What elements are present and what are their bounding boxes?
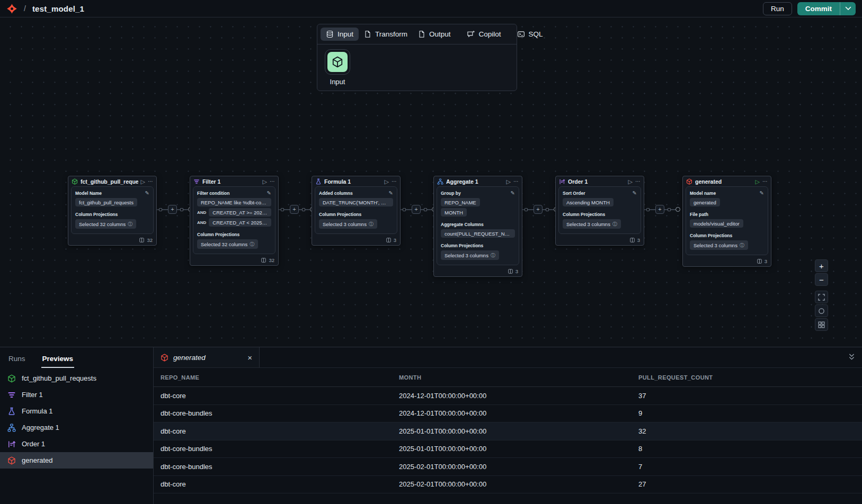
list-item-order-1[interactable]: Order 1 xyxy=(0,436,153,452)
tab-output[interactable]: Output xyxy=(413,28,456,41)
chevron-down-icon xyxy=(845,6,851,11)
top-bar: / test_model_1 Run Commit xyxy=(0,0,862,17)
page-title: test_model_1 xyxy=(32,4,84,13)
column-count: 32 xyxy=(147,237,153,243)
edit-icon[interactable]: ✎ xyxy=(389,191,393,196)
info-icon[interactable]: ⓘ xyxy=(250,241,254,248)
fit-view-button[interactable] xyxy=(815,291,828,303)
cell-repo-name: dbt-core-bundles xyxy=(154,409,399,417)
list-item-fct-github-pull-requests[interactable]: fct_github_pull_requests xyxy=(0,370,153,386)
add-node-button[interactable]: + xyxy=(412,205,421,214)
play-button[interactable]: ▷ xyxy=(506,179,511,185)
tab-input[interactable]: Input xyxy=(321,28,359,41)
run-button[interactable]: Run xyxy=(763,2,792,15)
connection-handle[interactable] xyxy=(281,208,284,211)
input-node-tile[interactable]: Input xyxy=(324,49,351,86)
tab-copilot[interactable]: Copilot xyxy=(461,28,506,41)
node-header: generated ▷ ⋯ xyxy=(683,176,771,186)
dbt-logo-icon[interactable] xyxy=(6,3,17,14)
connection-handle[interactable] xyxy=(180,208,183,211)
locate-icon xyxy=(818,308,825,314)
table-row: dbt-core-bundles 2025-01-01T00:00:00+00:… xyxy=(154,440,862,458)
node-card: Group by ✎ REPO_NAME MONTH Aggregate Col… xyxy=(437,186,519,265)
connection-handle[interactable] xyxy=(546,208,549,211)
table-row: dbt-core 2024-12-01T00:00:00+00:00 37 xyxy=(154,387,862,405)
tab-previews[interactable]: Previews xyxy=(41,350,75,368)
preview-tab-generated[interactable]: generated × xyxy=(154,347,260,367)
tab-sql[interactable]: SQL xyxy=(512,28,548,41)
add-node-button[interactable]: + xyxy=(290,205,299,214)
info-icon[interactable]: ⓘ xyxy=(128,221,132,228)
file-icon xyxy=(364,30,371,38)
tab-transform[interactable]: Transform xyxy=(359,28,413,41)
info-icon[interactable]: ⓘ xyxy=(369,221,374,228)
node-order-1[interactable]: Order 1 ▷ ⋯ Sort Order ✎ Ascending MONTH… xyxy=(555,176,644,246)
node-menu-button[interactable]: ⋯ xyxy=(513,179,519,184)
edit-icon[interactable]: ✎ xyxy=(145,191,149,196)
database-icon xyxy=(326,30,334,38)
connection-handle[interactable] xyxy=(302,208,305,211)
zoom-out-button[interactable]: − xyxy=(815,273,828,286)
connection-handle[interactable] xyxy=(403,208,406,211)
columns-icon xyxy=(386,237,392,243)
filter-icon xyxy=(7,391,16,399)
node-menu-button[interactable]: ⋯ xyxy=(762,179,768,184)
node-formula-1[interactable]: Formula 1 ▷ ⋯ Added columns ✎ DATE_TRUNC… xyxy=(312,176,401,246)
node-menu-button[interactable]: ⋯ xyxy=(392,179,397,184)
sql-icon xyxy=(517,30,525,38)
tab-label: Transform xyxy=(375,30,407,38)
tab-runs[interactable]: Runs xyxy=(7,350,26,368)
info-icon[interactable]: ⓘ xyxy=(491,252,495,259)
info-icon[interactable]: ⓘ xyxy=(612,221,617,228)
play-button[interactable]: ▷ xyxy=(263,179,267,185)
list-item-formula-1[interactable]: Formula 1 xyxy=(0,403,153,419)
play-button[interactable]: ▷ xyxy=(628,179,633,185)
node-aggregate-1[interactable]: Aggregate 1 ▷ ⋯ Group by ✎ REPO_NAME MON… xyxy=(433,176,522,277)
play-button[interactable]: ▷ xyxy=(385,179,389,185)
cube-red-icon xyxy=(161,354,168,362)
node-menu-button[interactable]: ⋯ xyxy=(148,179,153,184)
zoom-in-button[interactable]: + xyxy=(815,259,828,272)
connection-handle[interactable] xyxy=(424,208,427,211)
table-header-row: REPO_NAME MONTH PULL_REQUEST_COUNT xyxy=(154,368,862,387)
node-title: Aggregate 1 xyxy=(446,178,504,185)
file-icon xyxy=(418,30,425,38)
edit-icon[interactable]: ✎ xyxy=(511,191,515,196)
minimap-button[interactable] xyxy=(815,318,828,331)
connection-handle[interactable] xyxy=(646,208,650,211)
edit-icon[interactable]: ✎ xyxy=(267,191,271,196)
add-node-button[interactable]: + xyxy=(168,205,177,214)
node-menu-button[interactable]: ⋯ xyxy=(270,179,275,184)
edit-icon[interactable]: ✎ xyxy=(633,191,637,196)
config-pill: fct_github_pull_requests xyxy=(75,198,137,206)
edit-icon[interactable]: ✎ xyxy=(760,191,764,196)
info-icon[interactable]: ⓘ xyxy=(740,242,744,249)
connection-handle[interactable] xyxy=(525,208,528,211)
cell-month: 2025-02-01T00:00:00+00:00 xyxy=(399,480,638,488)
commit-button[interactable]: Commit xyxy=(797,2,840,15)
add-node-button[interactable]: + xyxy=(655,205,664,214)
node-menu-button[interactable]: ⋯ xyxy=(635,179,641,184)
close-icon[interactable]: × xyxy=(247,353,252,362)
preview-tab-label: generated xyxy=(173,354,206,362)
tab-label: SQL xyxy=(529,30,543,38)
connection-handle[interactable] xyxy=(159,208,162,211)
commit-dropdown-button[interactable] xyxy=(840,2,856,15)
list-item-filter-1[interactable]: Filter 1 xyxy=(0,386,153,403)
play-button[interactable]: ▷ xyxy=(141,179,145,185)
node-title: fct_github_pull_requests xyxy=(81,178,138,185)
node-generated[interactable]: generated ▷ ⋯ Model name ✎ generated Fil… xyxy=(682,176,771,267)
add-node-button[interactable]: + xyxy=(534,205,543,214)
connection-handle[interactable] xyxy=(668,208,671,211)
collapse-panel-button[interactable] xyxy=(848,353,856,361)
list-item-generated[interactable]: generated xyxy=(0,452,153,469)
tile-frame xyxy=(325,49,350,75)
input-port[interactable] xyxy=(676,207,680,212)
list-item-aggregate-1[interactable]: Aggregate 1 xyxy=(0,419,153,436)
locate-button[interactable] xyxy=(815,304,828,317)
node-fct-github-pull-requests[interactable]: fct_github_pull_requests ▷ ⋯ Model Name … xyxy=(68,176,157,246)
columns-icon xyxy=(629,237,635,243)
node-filter-1[interactable]: Filter 1 ▷ ⋯ Filter condition ✎ REPO_NAM… xyxy=(190,176,279,266)
flow-canvas[interactable]: Input Transform Output Copilot xyxy=(0,17,862,347)
play-button[interactable]: ▷ xyxy=(756,179,760,185)
